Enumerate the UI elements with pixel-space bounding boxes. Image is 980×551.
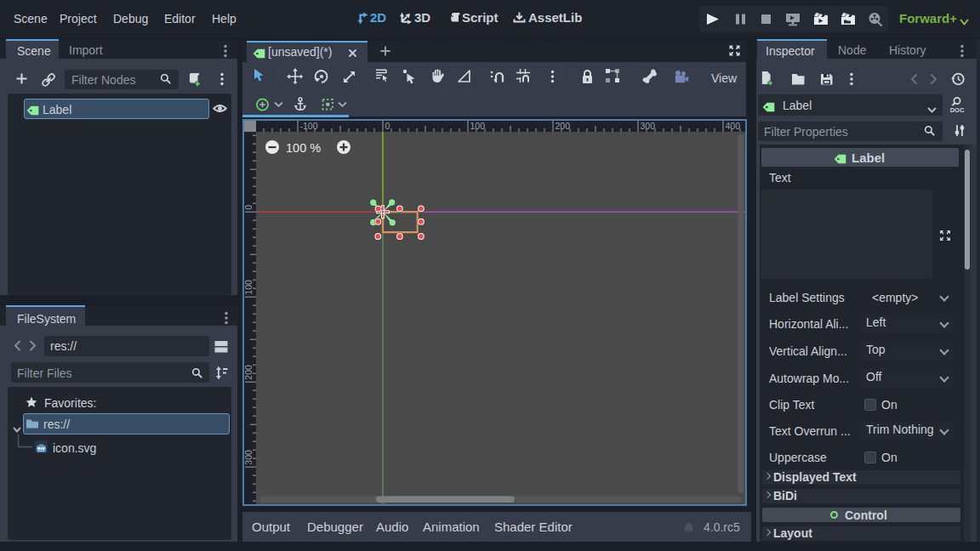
svg-text:-100: -100 (300, 121, 318, 131)
svg-text:0: 0 (385, 121, 390, 131)
svg-text:100: 100 (244, 280, 254, 295)
svg-text:300: 300 (641, 121, 656, 131)
svg-text:0: 0 (244, 205, 254, 210)
svg-text:200: 200 (556, 121, 571, 131)
svg-text:300: 300 (244, 450, 254, 465)
svg-text:400: 400 (726, 121, 741, 131)
svg-text:200: 200 (244, 365, 254, 380)
svg-text:100 %: 100 % (286, 141, 321, 155)
svg-text:DOC: DOC (950, 106, 965, 114)
svg-text:100: 100 (470, 121, 486, 131)
